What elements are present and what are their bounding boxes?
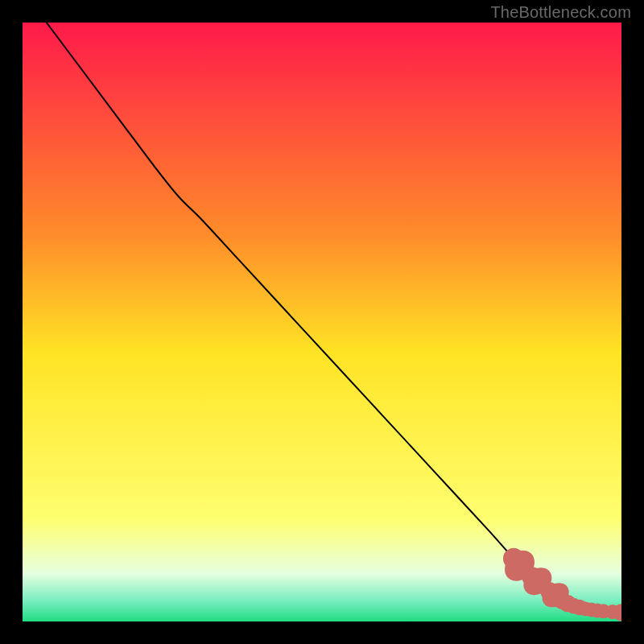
watermark-text: TheBottleneck.com: [490, 3, 631, 22]
plot-area: [23, 23, 621, 621]
gradient-background: [23, 23, 621, 621]
chart-root: TheBottleneck.com: [0, 0, 644, 644]
chart-svg: [23, 23, 621, 621]
